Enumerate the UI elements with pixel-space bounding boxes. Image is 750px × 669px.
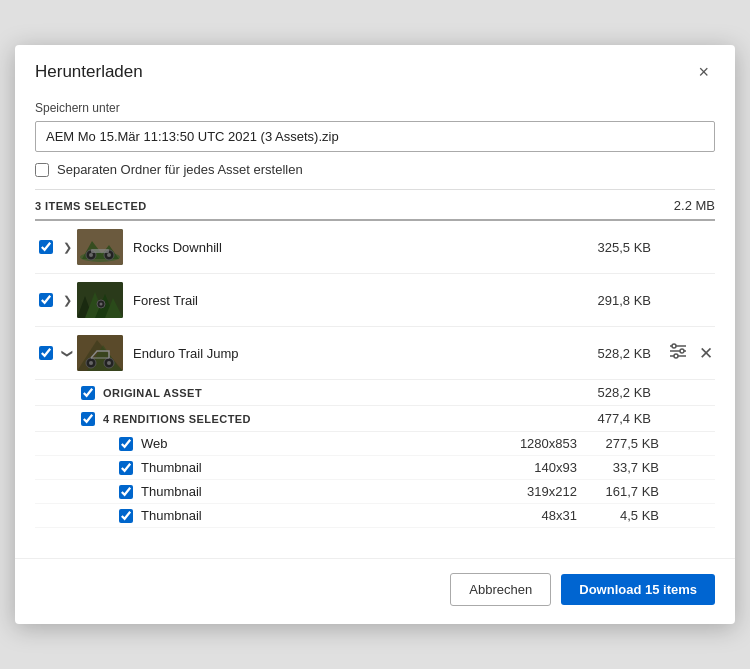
dialog-header: Herunterladen × (15, 45, 735, 97)
original-label: ORIGINAL ASSET (103, 387, 571, 399)
rendition-3-name: Thumbnail (141, 508, 497, 523)
rocks-thumbnail (77, 229, 123, 265)
enduro-size: 528,2 KB (571, 346, 651, 361)
rendition-1-name: Thumbnail (141, 460, 497, 475)
svg-point-7 (107, 253, 111, 257)
rendition-row-0: Web 1280x853 277,5 KB (35, 432, 715, 456)
rendition-3-checkbox-wrap (115, 509, 137, 523)
rocks-expand-btn[interactable]: ❯ (57, 241, 77, 254)
svg-point-26 (672, 344, 676, 348)
items-total-size: 2.2 MB (674, 198, 715, 213)
rendition-2-dims: 319x212 (497, 484, 577, 499)
rendition-2-size: 161,7 KB (589, 484, 659, 499)
dialog-footer: Abbrechen Download 15 items (15, 558, 735, 624)
rendition-1-checkbox-wrap (115, 461, 137, 475)
sub-row-renditions-header: 4 RENDITIONS SELECTED 477,4 KB (35, 406, 715, 432)
separate-folder-row: Separaten Ordner für jedes Asset erstell… (35, 162, 715, 177)
rendition-0-checkbox[interactable] (119, 437, 133, 451)
enduro-name: Enduro Trail Jump (133, 346, 571, 361)
rendition-0-dims: 1280x853 (497, 436, 577, 451)
rendition-2-name: Thumbnail (141, 484, 497, 499)
forest-name: Forest Trail (133, 293, 571, 308)
svg-point-6 (89, 253, 93, 257)
renditions-header-label: 4 RENDITIONS SELECTED (103, 413, 571, 425)
asset-row-enduro: ❯ Enduro Trail Jump 528,2 K (35, 327, 715, 380)
enduro-expand-btn[interactable]: ❯ (61, 343, 74, 363)
svg-point-28 (674, 354, 678, 358)
svg-point-21 (107, 361, 111, 365)
separate-folder-checkbox[interactable] (35, 163, 49, 177)
forest-checkbox-wrap (35, 293, 57, 307)
download-dialog: Herunterladen × Speichern unter Separate… (15, 45, 735, 624)
rendition-0-size: 277,5 KB (589, 436, 659, 451)
sub-row-original: ORIGINAL ASSET 528,2 KB (35, 380, 715, 406)
svg-point-27 (680, 349, 684, 353)
forest-size: 291,8 KB (571, 293, 651, 308)
dialog-title: Herunterladen (35, 62, 143, 82)
original-checkbox-wrap (77, 386, 99, 400)
enduro-actions[interactable]: ✕ (659, 341, 715, 366)
forest-thumbnail (77, 282, 123, 318)
renditions-header-checkbox-wrap (77, 412, 99, 426)
rocks-checkbox[interactable] (39, 240, 53, 254)
rendition-1-size: 33,7 KB (589, 460, 659, 475)
rendition-row-2: Thumbnail 319x212 161,7 KB (35, 480, 715, 504)
rendition-0-checkbox-wrap (115, 437, 137, 451)
svg-rect-5 (91, 249, 109, 253)
rendition-3-checkbox[interactable] (119, 509, 133, 523)
rendition-row-1: Thumbnail 140x93 33,7 KB (35, 456, 715, 480)
items-header: 3 ITEMS SELECTED 2.2 MB (35, 189, 715, 219)
items-count: 3 ITEMS SELECTED (35, 200, 147, 212)
rocks-checkbox-wrap (35, 240, 57, 254)
enduro-thumbnail (77, 335, 123, 371)
remove-enduro-button[interactable]: ✕ (697, 341, 715, 366)
enduro-checkbox[interactable] (39, 346, 53, 360)
enduro-checkbox-wrap (35, 346, 57, 360)
filename-input[interactable] (35, 121, 715, 152)
forest-expand-btn[interactable]: ❯ (57, 294, 77, 307)
original-checkbox[interactable] (81, 386, 95, 400)
download-button[interactable]: Download 15 items (561, 574, 715, 605)
rendition-2-checkbox[interactable] (119, 485, 133, 499)
rendition-0-name: Web (141, 436, 497, 451)
renditions-header-checkbox[interactable] (81, 412, 95, 426)
rendition-row-3: Thumbnail 48x31 4,5 KB (35, 504, 715, 528)
rendition-3-size: 4,5 KB (589, 508, 659, 523)
rendition-2-checkbox-wrap (115, 485, 137, 499)
save-label: Speichern unter (35, 101, 715, 115)
asset-row-forest: ❯ Forest Trail 291,8 KB (35, 274, 715, 327)
forest-checkbox[interactable] (39, 293, 53, 307)
svg-point-20 (89, 361, 93, 365)
svg-point-14 (100, 303, 103, 306)
rendition-1-checkbox[interactable] (119, 461, 133, 475)
separate-folder-label: Separaten Ordner für jedes Asset erstell… (57, 162, 303, 177)
cancel-button[interactable]: Abbrechen (450, 573, 551, 606)
filter-renditions-button[interactable] (667, 341, 689, 365)
rocks-name: Rocks Downhill (133, 240, 571, 255)
close-button[interactable]: × (692, 61, 715, 83)
asset-row-rocks: ❯ Rocks Downhill 325,5 KB (35, 221, 715, 274)
rendition-1-dims: 140x93 (497, 460, 577, 475)
dialog-body: Speichern unter Separaten Ordner für jed… (15, 101, 735, 548)
items-list: ❯ Rocks Downhill 325,5 KB (35, 219, 715, 528)
rendition-3-dims: 48x31 (497, 508, 577, 523)
renditions-header-size: 477,4 KB (571, 411, 651, 426)
rocks-size: 325,5 KB (571, 240, 651, 255)
original-size: 528,2 KB (571, 385, 651, 400)
